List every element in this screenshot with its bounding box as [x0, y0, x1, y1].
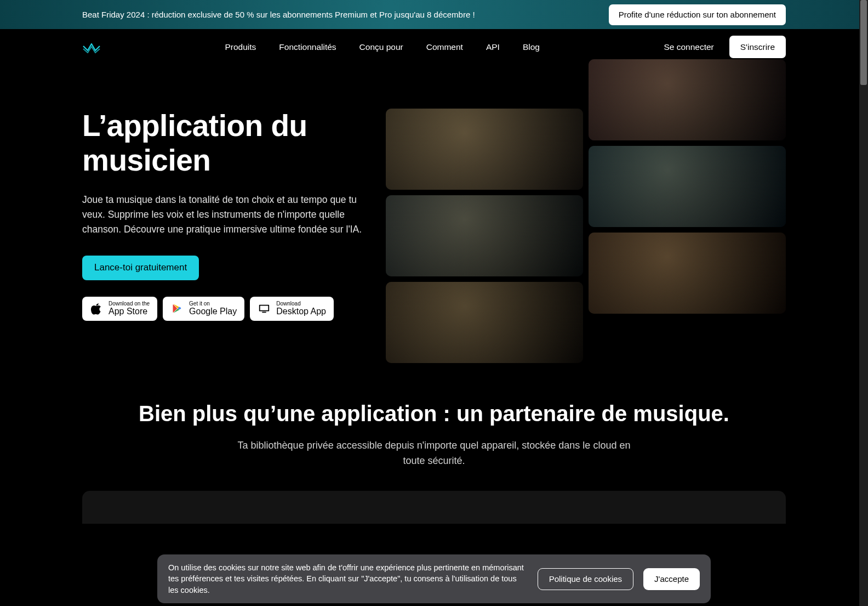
hero-image-grid: [386, 87, 786, 363]
app-store-badge[interactable]: Download on the App Store: [82, 297, 157, 321]
content-peek-panel: [82, 491, 786, 524]
nav-link-fonctionnalites[interactable]: Fonctionnalités: [279, 42, 336, 52]
nav-center: Produits Fonctionnalités Conçu pour Comm…: [118, 42, 646, 52]
announcement-text: Beat Friday 2024 : réduction exclusive d…: [82, 10, 475, 19]
desktop-icon: [258, 302, 271, 315]
logo-icon[interactable]: [82, 41, 101, 54]
grid-thumb: [386, 109, 583, 190]
grid-thumb: [386, 195, 583, 276]
google-play-icon: [170, 302, 184, 315]
nav-link-produits[interactable]: Produits: [225, 42, 256, 52]
scrollbar[interactable]: [859, 0, 868, 524]
grid-thumb: [386, 282, 583, 363]
nav-link-api[interactable]: API: [486, 42, 500, 52]
nav-right: Se connecter S'inscrire: [664, 36, 786, 58]
scrollbar-thumb[interactable]: [860, 0, 867, 85]
section-title: Bien plus qu’une application : un parten…: [82, 401, 786, 426]
hero-cta-button[interactable]: Lance-toi gratuitement: [82, 256, 199, 280]
section-partner: Bien plus qu’une application : un parten…: [0, 363, 868, 491]
desktop-app-badge[interactable]: Download Desktop App: [250, 297, 334, 321]
signin-link[interactable]: Se connecter: [664, 42, 713, 52]
announcement-cta-button[interactable]: Profite d'une réduction sur ton abonneme…: [609, 4, 786, 25]
nav-link-concu-pour[interactable]: Conçu pour: [359, 42, 403, 52]
google-play-badge[interactable]: Get it on Google Play: [163, 297, 244, 321]
nav-link-blog[interactable]: Blog: [523, 42, 540, 52]
badge-big-text: Desktop App: [276, 307, 326, 316]
download-badges: Download on the App Store Get it on Goog…: [82, 297, 378, 321]
hero-section: L’application du musicien Joue ta musiqu…: [0, 65, 868, 363]
grid-thumb: [589, 146, 786, 227]
badge-big-text: App Store: [108, 307, 150, 316]
announcement-banner: Beat Friday 2024 : réduction exclusive d…: [0, 0, 868, 29]
hero-copy: L’application du musicien Joue ta musiqu…: [82, 109, 378, 363]
grid-thumb: [589, 233, 786, 314]
signup-button[interactable]: S'inscrire: [729, 36, 786, 58]
section-description: Ta bibliothèque privée accessible depuis…: [237, 438, 631, 469]
badge-big-text: Google Play: [189, 307, 237, 316]
nav-link-comment[interactable]: Comment: [426, 42, 463, 52]
hero-description: Joue ta musique dans la tonalité de ton …: [82, 192, 378, 237]
hero-title: L’application du musicien: [82, 109, 378, 178]
apple-icon: [90, 302, 103, 315]
grid-thumb: [589, 59, 786, 140]
